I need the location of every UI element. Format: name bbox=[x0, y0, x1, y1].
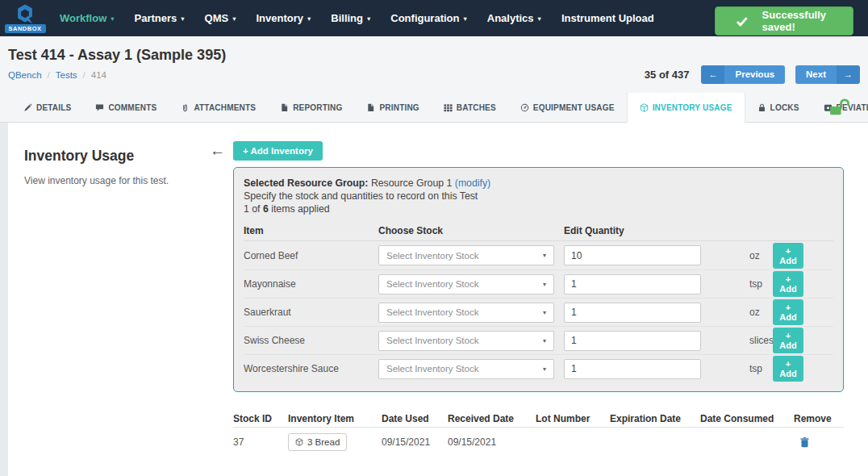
stock-select[interactable]: Select Inventory Stock ▾ bbox=[378, 245, 554, 265]
column-header-edit-quantity: Edit Quantity bbox=[564, 225, 725, 236]
nav-item-workflow[interactable]: Workflow▾ bbox=[60, 12, 115, 24]
nav-item-analytics[interactable]: Analytics▾ bbox=[487, 12, 541, 24]
paperclip-icon bbox=[181, 103, 190, 112]
chevron-down-icon: ▾ bbox=[181, 15, 184, 23]
tab-bar: DETAILS COMMENTS ATTACHMENTS REPORTING P… bbox=[0, 93, 868, 123]
unit-label: oz bbox=[725, 307, 773, 318]
breadcrumb-tests[interactable]: Tests bbox=[56, 70, 77, 80]
page-header: Test 414 - Assay 1 (Sample 395) QBench /… bbox=[0, 36, 868, 93]
nav-item-inventory[interactable]: Inventory▾ bbox=[256, 12, 311, 24]
add-stock-button[interactable]: + Add bbox=[773, 243, 803, 269]
column-header-choose-stock: Choose Stock bbox=[378, 225, 564, 236]
breadcrumb-separator: / bbox=[83, 70, 86, 80]
section-title: Inventory Usage bbox=[24, 148, 134, 165]
quantity-input[interactable] bbox=[564, 303, 701, 323]
breadcrumb-qbench[interactable]: QBench bbox=[8, 70, 42, 80]
tab-details[interactable]: DETAILS bbox=[11, 93, 83, 122]
tab-locks[interactable]: LOCKS bbox=[745, 93, 812, 122]
date-used: 09/15/2021 bbox=[382, 436, 448, 448]
unit-label: tsp bbox=[725, 363, 773, 374]
arrow-left-icon: ← bbox=[701, 65, 724, 84]
stock-select[interactable]: Select Inventory Stock ▾ bbox=[378, 303, 554, 323]
chevron-down-icon: ▾ bbox=[543, 309, 546, 316]
add-stock-button[interactable]: + Add bbox=[773, 271, 803, 297]
chevron-down-icon: ▾ bbox=[232, 15, 236, 23]
gauge-icon bbox=[520, 103, 529, 112]
tab-printing[interactable]: PRINTING bbox=[354, 93, 431, 122]
quantity-input[interactable] bbox=[564, 359, 701, 379]
nav-item-billing[interactable]: Billing▾ bbox=[331, 12, 370, 24]
nav-item-partners[interactable]: Partners▾ bbox=[135, 12, 185, 24]
previous-button[interactable]: ← Previous bbox=[701, 65, 785, 84]
tab-equipment-usage[interactable]: EQUIPMENT USAGE bbox=[508, 93, 627, 122]
add-stock-button[interactable]: + Add bbox=[773, 328, 803, 353]
column-header-stock-id: Stock ID bbox=[233, 413, 288, 424]
collapse-arrow-icon[interactable]: ← bbox=[210, 142, 225, 160]
add-inventory-button[interactable]: + Add Inventory bbox=[233, 141, 323, 161]
column-header-date-consumed: Date Consumed bbox=[700, 413, 794, 424]
nav-item-configuration[interactable]: Configuration▾ bbox=[390, 12, 467, 24]
delete-stock-button[interactable] bbox=[800, 437, 809, 448]
chevron-down-icon: ▾ bbox=[538, 15, 541, 23]
quantity-input[interactable] bbox=[564, 245, 701, 265]
page-title: Test 414 - Assay 1 (Sample 395) bbox=[8, 47, 226, 64]
tab-comments[interactable]: COMMENTS bbox=[83, 93, 169, 122]
tab-attachments[interactable]: ATTACHMENTS bbox=[169, 93, 268, 122]
breadcrumb-separator: / bbox=[48, 70, 50, 80]
item-name: Worcestershire Sauce bbox=[244, 363, 378, 374]
stock-select[interactable]: Select Inventory Stock ▾ bbox=[378, 359, 554, 379]
inventory-item-button[interactable]: 3 Bread bbox=[288, 433, 347, 451]
stock-select[interactable]: Select Inventory Stock ▾ bbox=[378, 274, 554, 294]
nav-item-qms[interactable]: QMS▾ bbox=[205, 12, 236, 24]
stock-select[interactable]: Select Inventory Stock ▾ bbox=[378, 331, 554, 351]
tab-reporting[interactable]: REPORTING bbox=[268, 93, 354, 122]
check-icon bbox=[737, 16, 748, 27]
column-header-date-used: Date Used bbox=[382, 413, 448, 424]
modify-link[interactable]: (modify) bbox=[455, 177, 490, 189]
nav-item-instrument-upload[interactable]: Instrument Upload bbox=[561, 12, 654, 24]
cube-icon bbox=[295, 438, 303, 446]
usage-table-row: 37 3 Bread 09/15/2021 09/15/2021 bbox=[233, 428, 844, 457]
panel-instructions: Specify the stock and quantities to reco… bbox=[244, 190, 833, 203]
column-header-expiration-date: Expiration Date bbox=[610, 413, 700, 424]
add-stock-button[interactable]: + Add bbox=[773, 299, 803, 325]
content-area: Inventory Usage View inventory usage for… bbox=[8, 123, 868, 476]
pagination: 35 of 437 ← Previous Next → bbox=[645, 65, 860, 84]
chevron-down-icon: ▾ bbox=[543, 337, 546, 344]
print-file-icon bbox=[366, 103, 375, 112]
chevron-down-icon: ▾ bbox=[543, 252, 546, 259]
unit-label: tsp bbox=[725, 278, 773, 290]
column-header-item: Item bbox=[244, 225, 378, 236]
qbench-logo-icon bbox=[13, 3, 37, 26]
item-name: Corned Beef bbox=[244, 250, 378, 261]
pagination-count: 35 of 437 bbox=[645, 69, 690, 81]
stock-table: Item Choose Stock Edit Quantity Corned B… bbox=[244, 221, 833, 382]
lock-icon bbox=[757, 103, 766, 112]
next-button[interactable]: Next → bbox=[795, 65, 860, 84]
received-date: 09/15/2021 bbox=[448, 436, 536, 448]
inventory-item-row: Sauerkraut Select Inventory Stock ▾ oz bbox=[244, 298, 833, 326]
unit-label: oz bbox=[725, 250, 773, 261]
toast-message: Successfully saved! bbox=[762, 9, 853, 33]
quantity-input[interactable] bbox=[564, 274, 701, 294]
tab-batches[interactable]: BATCHES bbox=[432, 93, 508, 122]
items-applied-status: 1 of 6 items applied bbox=[244, 203, 833, 215]
add-stock-button[interactable]: + Add bbox=[773, 356, 803, 382]
inventory-item-row: Swiss Cheese Select Inventory Stock ▾ sl… bbox=[244, 326, 833, 354]
item-name: Swiss Cheese bbox=[244, 335, 378, 346]
chevron-down-icon: ▾ bbox=[543, 365, 546, 373]
comment-icon bbox=[95, 103, 104, 112]
trash-icon bbox=[800, 437, 809, 448]
stock-id: 37 bbox=[233, 436, 288, 448]
sandbox-badge: SANDBOX bbox=[5, 24, 46, 34]
brand-block[interactable]: SANDBOX bbox=[6, 3, 44, 34]
breadcrumb-current: 414 bbox=[91, 70, 106, 80]
resource-group-panel: Selected Resource Group: Resource Group … bbox=[233, 167, 844, 392]
unlocked-icon bbox=[828, 98, 850, 121]
tab-inventory-usage[interactable]: INVENTORY USAGE bbox=[627, 93, 745, 123]
usage-table-header: Stock ID Inventory Item Date Used Receiv… bbox=[233, 410, 844, 428]
inventory-item-row: Worcestershire Sauce Select Inventory St… bbox=[244, 354, 833, 382]
quantity-input[interactable] bbox=[564, 331, 701, 351]
stock-table-header: Item Choose Stock Edit Quantity bbox=[244, 221, 833, 241]
inventory-item-row: Mayonnaise Select Inventory Stock ▾ tsp bbox=[244, 269, 833, 298]
